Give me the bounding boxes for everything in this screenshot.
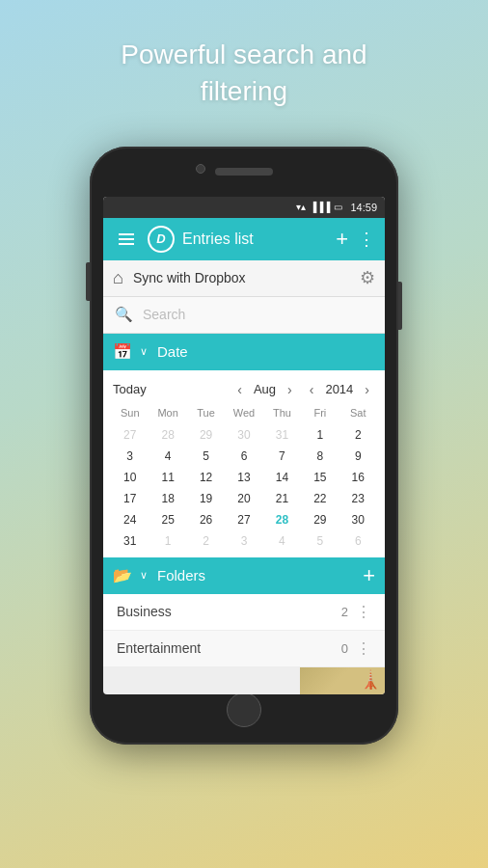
calendar-week-3: 10 11 12 13 14 15 16 xyxy=(111,467,377,488)
cal-day[interactable]: 24 xyxy=(111,509,149,530)
cal-day[interactable]: 15 xyxy=(301,467,339,488)
app-logo-icon: D xyxy=(148,226,175,253)
cal-day[interactable]: 9 xyxy=(339,446,377,467)
signal-icon: ▐▐▐ xyxy=(310,202,330,212)
phone-speaker xyxy=(215,168,273,176)
folders-section-header[interactable]: 📂 ∨ Folders + xyxy=(103,557,385,594)
add-entry-button[interactable]: + xyxy=(336,227,348,252)
folder-count: 0 xyxy=(341,641,348,656)
cal-day[interactable]: 21 xyxy=(263,488,301,509)
date-chevron: ∨ xyxy=(140,345,148,358)
cal-day[interactable]: 27 xyxy=(225,509,262,530)
day-header-sat: Sat xyxy=(339,405,377,420)
folders-chevron: ∨ xyxy=(140,569,148,582)
cal-day[interactable]: 4 xyxy=(263,530,301,552)
home-icon: ⌂ xyxy=(113,268,123,288)
cal-day[interactable]: 5 xyxy=(301,530,339,552)
prev-month-button[interactable]: ‹ xyxy=(231,380,248,399)
search-icon: 🔍 xyxy=(115,306,133,323)
battery-icon: ▭ xyxy=(334,202,342,212)
cal-day[interactable]: 1 xyxy=(301,424,339,446)
next-year-button[interactable]: › xyxy=(359,380,375,399)
cal-day[interactable]: 8 xyxy=(301,446,339,467)
cal-day[interactable]: 5 xyxy=(187,446,225,467)
cal-day[interactable]: 1 xyxy=(149,530,186,552)
cal-day[interactable]: 10 xyxy=(111,467,149,488)
phone-mockup: ▾▴ ▐▐▐ ▭ 14:59 🐘 🦋 🌼 🗼 xyxy=(90,147,398,745)
folder-more-button[interactable]: ⋮ xyxy=(356,639,371,658)
status-bar: ▾▴ ▐▐▐ ▭ 14:59 xyxy=(103,197,385,218)
calendar-grid: Sun Mon Tue Wed Thu Fri Sat 27 28 xyxy=(111,405,377,552)
month-label: Aug xyxy=(254,382,276,396)
month-year-nav: ‹ Aug › ‹ 2014 › xyxy=(231,380,375,399)
folder-icon: 📂 xyxy=(113,566,132,584)
cal-day[interactable]: 4 xyxy=(149,446,186,467)
power-button xyxy=(398,282,402,330)
menu-icon[interactable] xyxy=(113,233,140,245)
calendar-week-4: 17 18 19 20 21 22 23 xyxy=(111,488,377,509)
calendar: Today ‹ Aug › ‹ 2014 › Sun xyxy=(103,370,385,557)
add-folder-button[interactable]: + xyxy=(363,563,375,588)
cal-day[interactable]: 29 xyxy=(187,424,225,446)
cal-day[interactable]: 31 xyxy=(263,424,301,446)
more-options-button[interactable]: ⋮ xyxy=(358,229,375,250)
cal-day[interactable]: 30 xyxy=(339,509,377,530)
volume-button xyxy=(86,262,90,301)
next-month-button[interactable]: › xyxy=(282,380,298,399)
date-section-header[interactable]: 📅 ∨ Date xyxy=(103,334,385,370)
calendar-week-2: 3 4 5 6 7 8 9 xyxy=(111,446,377,467)
folder-more-button[interactable]: ⋮ xyxy=(356,603,371,621)
cal-day[interactable]: 12 xyxy=(187,467,225,488)
home-button xyxy=(227,692,261,727)
day-header-thu: Thu xyxy=(263,405,301,420)
folder-item-business[interactable]: Business 2 ⋮ xyxy=(103,594,385,631)
cal-day[interactable]: 14 xyxy=(263,467,301,488)
cal-day[interactable]: 25 xyxy=(149,509,186,530)
search-placeholder: Search xyxy=(143,307,185,322)
cal-day[interactable]: 30 xyxy=(225,424,262,446)
headline: Powerful search and filtering xyxy=(72,0,415,137)
calendar-navigation: Today ‹ Aug › ‹ 2014 › xyxy=(111,376,377,405)
settings-gear-icon[interactable]: ⚙ xyxy=(360,267,375,288)
prev-year-button[interactable]: ‹ xyxy=(304,380,320,399)
phone-camera xyxy=(196,164,205,174)
folders-label: Folders xyxy=(157,567,355,583)
app-bar: D Entries list + ⋮ xyxy=(103,218,385,260)
cal-day[interactable]: 26 xyxy=(187,509,225,530)
calendar-week-5: 24 25 26 27 28 29 30 xyxy=(111,509,377,530)
cal-day[interactable]: 16 xyxy=(339,467,377,488)
wifi-icon: ▾▴ xyxy=(296,202,306,212)
search-bar[interactable]: 🔍 Search xyxy=(103,297,385,334)
day-header-tue: Tue xyxy=(187,405,225,420)
today-label[interactable]: Today xyxy=(113,382,147,396)
day-header-fri: Fri xyxy=(301,405,339,420)
cal-day[interactable]: 3 xyxy=(111,446,149,467)
folder-item-entertainment[interactable]: Entertainment 0 ⋮ xyxy=(103,631,385,667)
cal-day[interactable]: 23 xyxy=(339,488,377,509)
cal-day[interactable]: 27 xyxy=(111,424,149,446)
cal-day[interactable]: 19 xyxy=(187,488,225,509)
cal-day-highlighted[interactable]: 28 xyxy=(263,509,301,530)
svg-rect-1 xyxy=(119,238,134,240)
svg-rect-0 xyxy=(119,233,134,235)
cal-day[interactable]: 6 xyxy=(225,446,262,467)
cal-day[interactable]: 31 xyxy=(111,530,149,552)
headline-line2: filtering xyxy=(201,76,287,106)
cal-day[interactable]: 2 xyxy=(187,530,225,552)
cal-day[interactable]: 3 xyxy=(225,530,262,552)
cal-day[interactable]: 6 xyxy=(339,530,377,552)
cal-day[interactable]: 17 xyxy=(111,488,149,509)
cal-day[interactable]: 20 xyxy=(225,488,262,509)
day-header-sun: Sun xyxy=(111,405,149,420)
cal-day[interactable]: 28 xyxy=(149,424,186,446)
cal-day[interactable]: 22 xyxy=(301,488,339,509)
cal-day[interactable]: 7 xyxy=(263,446,301,467)
cal-day[interactable]: 18 xyxy=(149,488,186,509)
cal-day[interactable]: 11 xyxy=(149,467,186,488)
folder-name: Business xyxy=(117,604,341,619)
day-header-mon: Mon xyxy=(149,405,186,420)
cal-day[interactable]: 13 xyxy=(225,467,262,488)
cal-day[interactable]: 29 xyxy=(301,509,339,530)
cal-day[interactable]: 2 xyxy=(339,424,377,446)
calendar-icon: 📅 xyxy=(113,342,132,361)
